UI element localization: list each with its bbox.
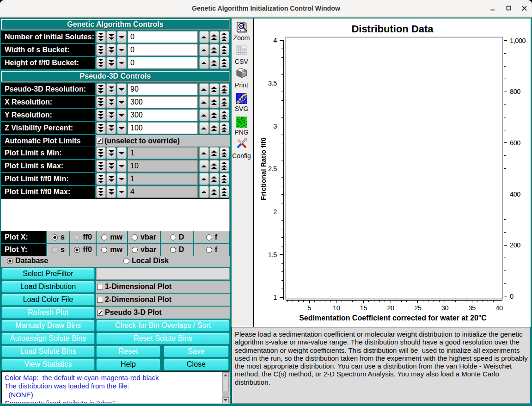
svg-text:30: 30 [441,304,449,312]
svg-text:20: 20 [387,304,394,312]
svg-text:5: 5 [307,304,311,312]
svg-text:400: 400 [510,191,520,198]
svg-text:15: 15 [360,304,367,312]
svg-text:Frictional Ratio f/f0: Frictional Ratio f/f0 [259,137,267,200]
svg-text:35: 35 [469,304,476,312]
svg-text:1,000: 1,000 [510,37,526,44]
svg-text:2: 2 [273,208,277,215]
svg-text:1: 1 [273,294,277,301]
svg-text:800: 800 [510,88,520,95]
svg-text:Distribution Data: Distribution Data [351,23,434,35]
svg-text:1.5: 1.5 [268,251,277,258]
svg-text:600: 600 [510,139,520,147]
svg-text:3.5: 3.5 [268,80,277,87]
svg-text:40: 40 [495,304,503,312]
svg-text:10: 10 [333,304,340,312]
svg-text:2.5: 2.5 [268,165,277,172]
svg-text:25: 25 [414,304,422,312]
svg-text:Sedimentation Coefficient corr: Sedimentation Coefficient corrected for … [299,314,487,322]
svg-text:3: 3 [273,123,277,130]
svg-text:0: 0 [510,293,514,300]
svg-text:200: 200 [510,241,520,249]
svg-text:4: 4 [273,37,277,44]
